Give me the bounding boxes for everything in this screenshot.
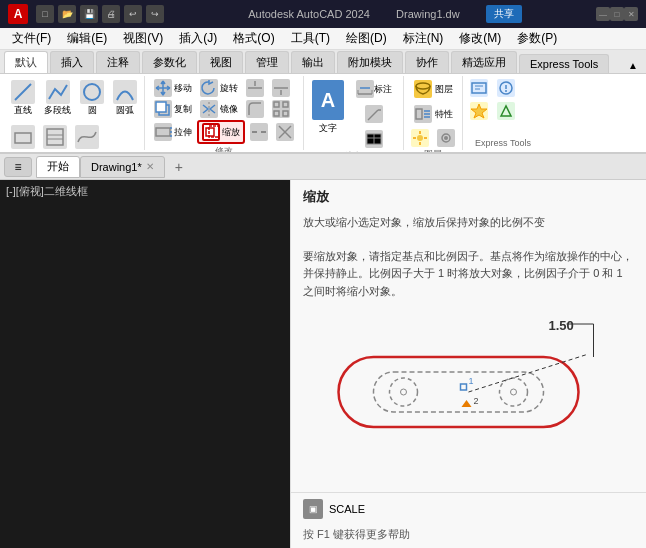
express-btn-4[interactable] <box>494 101 518 121</box>
tab-featured[interactable]: 精选应用 <box>451 51 517 73</box>
tab-default[interactable]: 默认 <box>4 51 48 73</box>
draw-polyline-button[interactable]: 多段线 <box>41 78 74 119</box>
maximize-button[interactable]: □ <box>610 7 624 21</box>
app-title: Autodesk AutoCAD 2024 <box>248 8 370 20</box>
tab-view[interactable]: 视图 <box>199 51 243 73</box>
tab-parametric[interactable]: 参数化 <box>142 51 197 73</box>
draw-arc-button[interactable]: 圆弧 <box>110 78 140 119</box>
menu-params[interactable]: 参数(P) <box>509 28 565 49</box>
explode-icon <box>276 123 294 141</box>
draw-extra-1[interactable] <box>8 123 38 151</box>
draw-line-button[interactable]: 直线 <box>8 78 38 119</box>
tab-addins[interactable]: 附加模块 <box>337 51 403 73</box>
modify-extra-6[interactable] <box>273 122 297 142</box>
modify-copy-button[interactable]: 复制 <box>151 99 195 119</box>
doc-title: Drawing1.dw <box>396 8 460 20</box>
modify-rotate-label: 旋转 <box>220 82 238 95</box>
new-icon[interactable]: □ <box>36 5 54 23</box>
menu-file[interactable]: 文件(F) <box>4 28 59 49</box>
close-button[interactable]: ✕ <box>624 7 638 21</box>
modify-extra-5[interactable] <box>247 122 271 142</box>
tab-annotate[interactable]: 注释 <box>96 51 140 73</box>
share-button[interactable]: 共享 <box>486 5 522 23</box>
annotate-text-button[interactable]: A 文字 <box>308 78 348 137</box>
layers-label: 图层 <box>435 83 453 96</box>
save-icon[interactable]: 💾 <box>80 5 98 23</box>
layers-row-3 <box>408 128 458 148</box>
svg-rect-3 <box>47 129 63 145</box>
svg-text:1.50: 1.50 <box>549 318 574 333</box>
tab-insert[interactable]: 插入 <box>50 51 94 73</box>
print-icon[interactable]: 🖨 <box>102 5 120 23</box>
modify-extra-2[interactable] <box>269 78 293 98</box>
tab-start[interactable]: 开始 <box>36 156 80 178</box>
svg-text:1: 1 <box>469 376 474 386</box>
menu-format[interactable]: 格式(O) <box>225 28 282 49</box>
express-icon-4 <box>497 102 515 120</box>
scale-icon <box>202 123 220 141</box>
tab-drawing1[interactable]: Drawing1* ✕ <box>80 156 165 178</box>
tab-express[interactable]: Express Tools <box>519 54 609 73</box>
tab-collab[interactable]: 协作 <box>405 51 449 73</box>
modify-scale-label: 缩放 <box>222 126 240 139</box>
modify-extra-3[interactable] <box>243 99 267 119</box>
menu-annotate[interactable]: 标注(N) <box>395 28 452 49</box>
help-desc-2: 要缩放对象，请指定基点和比例因子。基点将作为缩放操作的中心，并保持静止。比例因子… <box>291 244 646 305</box>
annotate-dim-button[interactable]: 标注 <box>352 78 396 100</box>
layers-panel-button[interactable]: 图层 <box>408 78 458 100</box>
menu-insert[interactable]: 插入(J) <box>171 28 225 49</box>
menu-modify[interactable]: 修改(M) <box>451 28 509 49</box>
menu-draw[interactable]: 绘图(D) <box>338 28 395 49</box>
ribbon-group-draw: 直线 多段线 圆 圆弧 <box>4 76 145 150</box>
modify-extra-1[interactable] <box>243 78 267 98</box>
express-btn-1[interactable] <box>467 78 491 98</box>
draw-circle-button[interactable]: 圆 <box>77 78 107 119</box>
svg-line-25 <box>279 126 285 132</box>
menu-edit[interactable]: 编辑(E) <box>59 28 115 49</box>
annotate-extra-1[interactable] <box>352 103 396 125</box>
annotate-content: A 文字 标注 <box>308 78 399 150</box>
tab-output[interactable]: 输出 <box>291 51 335 73</box>
express-btn-2[interactable] <box>494 78 518 98</box>
help-f1-hint: 按 F1 键获得更多帮助 <box>291 525 646 548</box>
modify-row-1: 移动 旋转 <box>151 78 297 98</box>
dim-icon <box>356 80 374 98</box>
spline-icon <box>75 125 99 149</box>
new-tab-button[interactable]: + <box>169 157 189 177</box>
modify-rotate-button[interactable]: 旋转 <box>197 78 241 98</box>
main-area: [-][俯视]二维线框 缩放 放大或缩小选定对象，缩放后保持对象的比例不变 要缩… <box>0 180 646 548</box>
annotate-extra-2[interactable] <box>352 128 396 150</box>
svg-rect-15 <box>274 111 279 116</box>
modify-stretch-button[interactable]: 拉伸 <box>151 122 195 142</box>
svg-rect-11 <box>156 102 166 112</box>
ribbon-tabs: 默认 插入 注释 参数化 视图 管理 输出 附加模块 协作 精选应用 Expre… <box>0 50 646 74</box>
svg-rect-2 <box>15 133 31 143</box>
redo-icon[interactable]: ↪ <box>146 5 164 23</box>
menu-view[interactable]: 视图(V) <box>115 28 171 49</box>
express-content <box>467 78 539 138</box>
undo-icon[interactable]: ↩ <box>124 5 142 23</box>
svg-point-38 <box>416 83 430 89</box>
express-btn-3[interactable] <box>467 101 491 121</box>
svg-point-1 <box>84 84 100 100</box>
modify-mirror-button[interactable]: 镜像 <box>197 99 241 119</box>
draw-extra-3[interactable] <box>72 123 102 151</box>
ribbon-collapse[interactable]: ▲ <box>620 58 646 73</box>
minimize-button[interactable]: — <box>596 7 610 21</box>
express-icon-3 <box>470 102 488 120</box>
tab-home-button[interactable]: ≡ <box>4 157 32 177</box>
draw-extra-2[interactable] <box>40 123 70 151</box>
menu-tools[interactable]: 工具(T) <box>283 28 338 49</box>
ribbon-panel: 直线 多段线 圆 圆弧 <box>0 74 646 154</box>
tab-doc-close[interactable]: ✕ <box>146 161 154 172</box>
modify-extra-4[interactable] <box>269 99 293 119</box>
open-icon[interactable]: 📂 <box>58 5 76 23</box>
modify-scale-button[interactable]: 缩放 <box>197 120 245 144</box>
tab-manage[interactable]: 管理 <box>245 51 289 73</box>
layers-extra-1[interactable] <box>408 128 432 148</box>
modify-move-label: 移动 <box>174 82 192 95</box>
layers-extra-2[interactable] <box>434 128 458 148</box>
extend-icon <box>272 79 290 97</box>
properties-button[interactable]: 特性 <box>408 103 458 125</box>
modify-move-button[interactable]: 移动 <box>151 78 195 98</box>
